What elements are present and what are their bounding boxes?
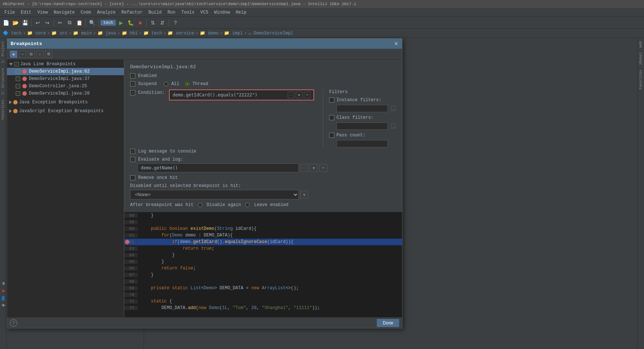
bc-src[interactable]: 📁 src <box>51 30 67 36</box>
dialog-done-btn[interactable]: Done <box>377 319 399 327</box>
disabled-until-dropdown-btn[interactable]: ▼ <box>300 191 308 199</box>
new-file-btn[interactable]: 📄 <box>1 18 10 27</box>
favorites-right-label[interactable]: Favorites <box>639 68 643 91</box>
code-viewer[interactable]: 58 } 59 60 public boolean existDemo(Stri… <box>124 212 402 317</box>
run-config-tag[interactable]: tech <box>100 20 116 26</box>
menu-build[interactable]: Build <box>146 9 165 16</box>
bc-java[interactable]: 📁 java <box>97 30 116 36</box>
bc-service[interactable]: 📁 service <box>168 30 194 36</box>
search-btn[interactable]: 🔍 <box>88 18 96 27</box>
menu-view[interactable]: View <box>34 9 51 16</box>
bc-hbi[interactable]: 📁 hbi <box>122 30 138 36</box>
cut-btn[interactable]: ✂ <box>56 18 65 27</box>
condition-dropdown-btn[interactable]: ▼ <box>296 92 302 98</box>
vcs2-btn[interactable]: ⇵ <box>158 18 167 27</box>
pass-count-checkbox[interactable] <box>329 133 334 138</box>
web-label[interactable]: Web <box>639 40 643 49</box>
save-btn[interactable]: 💾 <box>21 18 29 27</box>
run-btn[interactable]: ▶ <box>117 18 125 27</box>
project-label[interactable]: 1: Project <box>1 40 5 65</box>
suspend-checkbox[interactable] <box>130 81 135 87</box>
debug-pause-btn[interactable]: ⏸ <box>0 280 7 287</box>
bc-main[interactable]: 📁 main <box>73 30 92 36</box>
menu-navigate[interactable]: Navigate <box>51 9 78 16</box>
undo-btn[interactable]: ↩ <box>33 18 42 27</box>
instance-filter-input[interactable] <box>336 105 388 112</box>
debug-stop2-btn[interactable]: ■ <box>0 287 7 294</box>
disable-again-radio[interactable] <box>198 203 202 207</box>
bc-demo[interactable]: 📁 demo <box>200 30 218 36</box>
condition-checkbox[interactable] <box>130 90 135 95</box>
menu-help[interactable]: Help <box>233 9 249 16</box>
evaluate-add-btn[interactable]: + <box>319 164 327 172</box>
bp-group-header-java-exception[interactable]: Java Exception Breakpoints <box>7 99 124 106</box>
condition-input[interactable] <box>173 92 286 98</box>
debug-btn[interactable]: 🐛 <box>126 18 135 27</box>
condition-expand-btn[interactable]: ⋯ <box>288 92 294 98</box>
dialog-title: Breakpoints <box>11 41 42 47</box>
evaluate-input[interactable] <box>141 165 295 170</box>
menu-window[interactable]: Window <box>211 9 233 16</box>
menu-edit[interactable]: Edit <box>18 9 34 16</box>
all-label: All <box>171 81 179 87</box>
log-checkbox[interactable] <box>130 149 135 154</box>
class-filter-row: Class filters: <box>329 115 396 120</box>
class-filter-input-row: … <box>336 122 396 130</box>
class-filter-add-btn[interactable]: … <box>391 124 396 129</box>
evaluate-expand-btn[interactable]: ⋯ <box>300 164 308 172</box>
help-btn[interactable]: ? <box>171 18 180 27</box>
vcs-btn[interactable]: ⇅ <box>148 18 157 27</box>
menu-vcs[interactable]: VCS <box>198 9 211 16</box>
jrebel-label[interactable]: JRebel <box>639 51 643 67</box>
enabled-checkbox[interactable] <box>130 73 135 78</box>
evaluate-label: Evaluate and log: <box>138 157 183 162</box>
dialog-help-btn[interactable]: ? <box>10 319 17 327</box>
structure-label[interactable]: 2: Structure <box>1 67 5 96</box>
debug-view-btn[interactable]: 👁 <box>0 302 7 309</box>
instance-filter-checkbox[interactable] <box>329 98 334 103</box>
open-btn[interactable]: 📂 <box>11 18 20 27</box>
remove-bp-btn[interactable]: − <box>19 51 26 58</box>
menu-analyze[interactable]: Analyze <box>94 9 118 16</box>
remove-once-checkbox[interactable] <box>130 175 135 180</box>
evaluate-dropdown-btn[interactable]: ▼ <box>310 164 318 172</box>
condition-add-btn[interactable]: + <box>304 92 310 98</box>
settings-bp-btn[interactable]: ⚙ <box>45 51 52 58</box>
debug-person-btn[interactable]: 👤 <box>0 295 7 301</box>
bc-core[interactable]: 📁 core <box>27 30 46 36</box>
bp-item-20[interactable]: ✓ DemoServiceImpl.java:20 <box>7 90 124 97</box>
bp-item-controller-25[interactable]: ✓ DemoController.java:25 <box>7 82 124 90</box>
all-radio[interactable] <box>164 82 168 86</box>
bp-group-label-js-exception: JavaScript Exception Breakpoints <box>19 109 103 114</box>
redo-btn[interactable]: ↪ <box>43 18 52 27</box>
class-filter-checkbox[interactable] <box>329 115 334 120</box>
menu-tools[interactable]: Tools <box>179 9 198 16</box>
pass-count-input[interactable] <box>336 140 388 147</box>
leave-enabled-radio[interactable] <box>245 203 250 207</box>
bp-group-header-js-exception[interactable]: JavaScript Exception Breakpoints <box>7 107 124 115</box>
disabled-until-select[interactable]: <None> <box>130 190 299 199</box>
menu-refactor[interactable]: Refactor <box>118 9 146 16</box>
dialog-close-btn[interactable]: ✕ <box>394 41 398 47</box>
add-bp-btn[interactable]: + <box>10 51 17 58</box>
bc-impl[interactable]: 📁 impl <box>224 30 243 36</box>
evaluate-checkbox[interactable] <box>130 157 135 162</box>
bp-item-62[interactable]: ✓ DemoServiceImpl.java:62 <box>7 68 124 75</box>
bc-class[interactable]: ☕ DemoServiceImpl <box>248 30 293 36</box>
bp-item-37[interactable]: ✓ DemoServiceImpl.java:37 <box>7 75 124 82</box>
copy-bp-btn[interactable]: ⧉ <box>27 51 35 58</box>
paste-btn[interactable]: 📋 <box>75 18 84 27</box>
menu-code[interactable]: Code <box>78 9 94 16</box>
class-filter-input[interactable] <box>336 122 388 130</box>
bp-group-header-java-line[interactable]: ✓ Java Line Breakpoints <box>7 60 124 68</box>
instance-filter-add-btn[interactable]: … <box>391 106 396 111</box>
menu-file[interactable]: File <box>1 9 18 16</box>
bc-tech2[interactable]: 📁 tech <box>143 30 162 36</box>
menu-run[interactable]: Run <box>165 9 179 16</box>
copy-btn[interactable]: ⧉ <box>65 18 74 27</box>
stop-btn[interactable]: ■ <box>136 18 144 27</box>
bc-tech[interactable]: 🔷 tech <box>3 30 22 36</box>
favorites-label[interactable]: Favorites <box>1 98 5 121</box>
thread-radio[interactable] <box>185 82 189 86</box>
export-bp-btn[interactable]: ↑ <box>36 51 44 58</box>
